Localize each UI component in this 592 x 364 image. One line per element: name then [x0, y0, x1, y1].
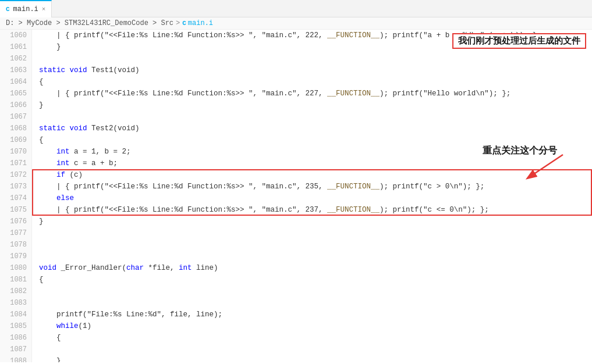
- line-number: 1084: [0, 309, 27, 320]
- breadcrumb-file-icon: C: [182, 20, 186, 27]
- line-number: 1073: [0, 181, 27, 192]
- code-text: {: [39, 76, 48, 88]
- code-text: while(1): [39, 320, 96, 332]
- line-number: 1082: [0, 286, 27, 297]
- line-number: 1087: [0, 344, 27, 355]
- code-content[interactable]: | { printf("<<File:%s Line:%d Function:%…: [32, 30, 592, 362]
- code-text: if (c): [39, 169, 87, 181]
- line-number: 1068: [0, 123, 27, 134]
- line-number: 1072: [0, 169, 27, 181]
- line-number: 1080: [0, 262, 27, 274]
- line-number: 1061: [0, 41, 27, 53]
- code-line: }: [39, 41, 592, 53]
- line-number: 1065: [0, 88, 27, 99]
- code-line: | { printf("<<File:%s Line:%d Function:%…: [39, 204, 592, 216]
- line-number: 1079: [0, 251, 27, 262]
- code-line: [39, 239, 592, 251]
- code-text: [39, 111, 44, 123]
- code-line: int a = 1, b = 2;: [39, 146, 592, 158]
- code-line: {: [39, 274, 592, 286]
- code-line: }: [39, 355, 592, 362]
- breadcrumb-separator: >: [176, 19, 180, 27]
- code-text: [39, 53, 44, 65]
- line-number: 1062: [0, 53, 27, 65]
- code-line: {: [39, 134, 592, 146]
- line-number: 1066: [0, 99, 27, 111]
- line-number: 1060: [0, 30, 27, 41]
- code-line: [39, 111, 592, 123]
- code-line: printf("File:%s Line:%d", file, line);: [39, 309, 592, 320]
- code-text: | { printf("<<File:%s Line:%d Function:%…: [39, 181, 489, 192]
- code-text: printf("File:%s Line:%d", file, line);: [39, 309, 227, 320]
- line-number: 1070: [0, 146, 27, 158]
- line-number: 1067: [0, 111, 27, 123]
- code-text: else: [39, 192, 79, 204]
- code-text: static void Test1(void): [39, 65, 144, 76]
- code-text: static void Test2(void): [39, 123, 144, 134]
- tab-c-icon: C: [6, 6, 10, 13]
- code-line: | { printf("<<File:%s Line:%d Function:%…: [39, 30, 592, 41]
- code-line: static void Test2(void): [39, 123, 592, 134]
- code-text: }: [39, 41, 65, 53]
- breadcrumb-path: D: > MyCode > STM32L431RC_DemoCode > Src: [6, 19, 173, 27]
- line-number: 1083: [0, 297, 27, 309]
- code-line: void _Error_Handler(char *file, int line…: [39, 262, 592, 274]
- line-number: 1071: [0, 158, 27, 169]
- code-text: {: [39, 274, 48, 286]
- code-line: | { printf("<<File:%s Line:%d Function:%…: [39, 181, 592, 192]
- code-line: [39, 251, 592, 262]
- code-line: [39, 344, 592, 355]
- code-text: [39, 286, 44, 297]
- line-number: 1074: [0, 192, 27, 204]
- code-line: | { printf("<<File:%s Line:%d Function:%…: [39, 88, 592, 99]
- code-text: | { printf("<<File:%s Line:%d Function:%…: [39, 88, 515, 99]
- line-number: 1081: [0, 274, 27, 286]
- code-line: [39, 297, 592, 309]
- code-line: if (c): [39, 169, 592, 181]
- code-text: }: [39, 216, 48, 227]
- line-number: 1078: [0, 239, 27, 251]
- code-line: [39, 286, 592, 297]
- code-text: {: [39, 332, 65, 344]
- editor: 1060106110621063106410651066106710681069…: [0, 30, 592, 362]
- line-numbers: 1060106110621063106410651066106710681069…: [0, 30, 32, 362]
- line-number: 1075: [0, 204, 27, 216]
- code-line: [39, 227, 592, 239]
- code-line: }: [39, 216, 592, 227]
- breadcrumb: D: > MyCode > STM32L431RC_DemoCode > Src…: [0, 17, 592, 30]
- tab-label: main.i: [13, 5, 38, 13]
- code-text: }: [39, 99, 48, 111]
- code-line: int c = a + b;: [39, 158, 592, 169]
- code-text: | { printf("<<File:%s Line:%d Function:%…: [39, 204, 493, 216]
- code-line: static void Test1(void): [39, 65, 592, 76]
- code-text: | { printf("<<File:%s Line:%d Function:%…: [39, 30, 545, 41]
- line-number: 1069: [0, 134, 27, 146]
- breadcrumb-file-name: main.i: [188, 19, 213, 27]
- code-text: }: [39, 355, 65, 362]
- code-text: [39, 297, 44, 309]
- code-text: [39, 239, 44, 251]
- code-text: void _Error_Handler(char *file, int line…: [39, 262, 222, 274]
- code-line: [39, 53, 592, 65]
- line-number: 1077: [0, 227, 27, 239]
- tab-bar: C main.i ×: [0, 0, 592, 17]
- code-line: {: [39, 332, 592, 344]
- line-number: 1088: [0, 355, 27, 362]
- code-line: else: [39, 192, 592, 204]
- code-line: {: [39, 76, 592, 88]
- code-text: [39, 251, 44, 262]
- line-number: 1063: [0, 65, 27, 76]
- line-number: 1086: [0, 332, 27, 344]
- code-text: {: [39, 134, 48, 146]
- line-number: 1085: [0, 320, 27, 332]
- code-line: }: [39, 99, 592, 111]
- tab-close-button[interactable]: ×: [42, 6, 46, 13]
- code-text: [39, 227, 44, 239]
- line-number: 1064: [0, 76, 27, 88]
- code-text: [39, 344, 44, 355]
- tab-main-i[interactable]: C main.i ×: [0, 0, 52, 17]
- code-line: while(1): [39, 320, 592, 332]
- code-text: int a = 1, b = 2;: [39, 146, 135, 158]
- breadcrumb-file: C main.i: [182, 19, 213, 27]
- code-text: int c = a + b;: [39, 158, 122, 169]
